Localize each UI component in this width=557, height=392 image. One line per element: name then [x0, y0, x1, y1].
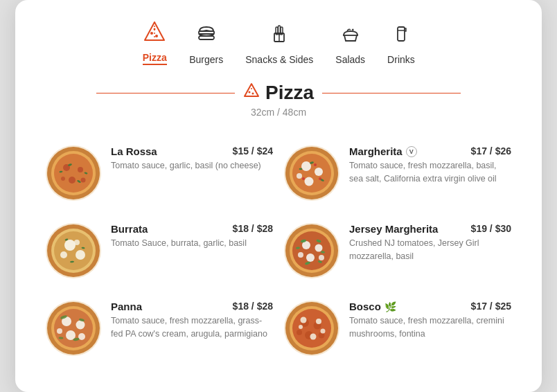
item-price-jersey-margherita: $19 / $30: [471, 223, 511, 234]
category-nav: Pizza Burgers: [40, 19, 517, 65]
item-name-panna: Panna: [111, 301, 142, 312]
item-desc-burrata: Tomato Sauce, burrata, garlic, basil: [111, 237, 273, 250]
svg-point-38: [302, 177, 305, 180]
svg-point-37: [314, 163, 317, 166]
svg-point-55: [306, 253, 315, 262]
svg-point-22: [81, 178, 86, 183]
svg-point-57: [319, 255, 324, 260]
svg-rect-10: [398, 27, 405, 41]
item-info-burrata: Burrata $18 / $28 Tomato Sauce, burrata,…: [111, 223, 273, 250]
pizza-image-jersey-margherita: [284, 223, 339, 278]
pizza-image-burrata: [46, 223, 101, 278]
salad-icon: [338, 21, 363, 50]
nav-item-burgers[interactable]: Burgers: [189, 21, 223, 65]
svg-point-86: [310, 334, 317, 340]
item-info-bosco: Bosco 🌿 $17 / $25 Tomato sauce, fresh mo…: [349, 301, 511, 341]
svg-point-71: [57, 328, 62, 334]
svg-point-42: [54, 231, 93, 270]
item-info-panna: Panna $18 / $28 Tomato sauce, fresh mozz…: [111, 301, 273, 341]
item-info-jersey-margherita: Jersey Margherita $19 / $30 Crushed NJ t…: [349, 223, 511, 263]
nav-label-snacks: Snacks & Sides: [245, 54, 313, 65]
svg-point-46: [74, 240, 80, 245]
svg-point-87: [299, 325, 303, 329]
section-pizza-icon: [243, 82, 260, 103]
vegetarian-badge: V: [406, 146, 417, 157]
item-info-la-rossa: La Rossa $15 / $24 Tomato sauce, garlic,…: [111, 145, 273, 172]
nav-item-salads[interactable]: Salads: [335, 21, 365, 65]
nav-label-drinks: Drinks: [387, 54, 415, 65]
section-subtitle: 32cm / 48cm: [40, 107, 517, 118]
svg-point-2: [154, 28, 156, 30]
menu-item-jersey-margherita: Jersey Margherita $19 / $30 Crushed NJ t…: [278, 212, 517, 289]
menu-item-margherita: Margherita V $17 / $26 Tomato sauce, fre…: [278, 134, 517, 212]
drink-icon: [389, 21, 414, 50]
svg-point-88: [321, 329, 326, 334]
section-line-left: [96, 93, 235, 93]
svg-point-32: [305, 177, 314, 186]
pizza-image-panna: [46, 301, 101, 356]
burger-icon: [194, 21, 219, 50]
svg-point-36: [299, 168, 303, 170]
svg-point-69: [66, 330, 76, 340]
nav-label-burgers: Burgers: [189, 54, 223, 65]
nav-label-salads: Salads: [335, 54, 365, 65]
item-desc-panna: Tomato sauce, fresh mozzarella, grass-fe…: [111, 314, 273, 341]
pizza-image-bosco: [284, 301, 339, 356]
menu-item-burrata: Burrata $18 / $28 Tomato Sauce, burrata,…: [40, 212, 278, 289]
svg-point-68: [76, 321, 85, 330]
section-line-right: [322, 93, 461, 93]
pizza-image-margherita: [284, 145, 339, 201]
item-name-jersey-margherita: Jersey Margherita: [349, 223, 438, 235]
svg-point-39: [319, 177, 321, 180]
menu-grid: La Rossa $15 / $24 Tomato sauce, garlic,…: [40, 134, 517, 367]
svg-rect-4: [199, 36, 214, 39]
svg-point-20: [69, 177, 76, 184]
item-name-bosco: Bosco 🌿: [349, 301, 396, 312]
svg-point-52: [292, 231, 331, 270]
svg-point-33: [297, 173, 302, 179]
svg-point-19: [78, 167, 83, 172]
svg-point-83: [297, 330, 302, 335]
item-desc-margherita: Tomato sauce, fresh mozzarella, basil, s…: [349, 159, 511, 186]
item-desc-la-rossa: Tomato sauce, garlic, basil (no cheese): [111, 159, 273, 172]
nav-item-drinks[interactable]: Drinks: [387, 21, 415, 65]
svg-point-13: [251, 93, 254, 95]
svg-rect-3: [199, 31, 214, 34]
menu-card: Pizza Burgers: [15, 0, 542, 392]
item-price-panna: $18 / $28: [233, 301, 273, 312]
svg-point-43: [64, 240, 76, 251]
leaf-icon: 🌿: [384, 301, 396, 312]
svg-point-85: [316, 319, 321, 324]
svg-point-30: [301, 161, 311, 171]
item-name-margherita: Margherita V: [349, 145, 417, 157]
svg-point-12: [248, 91, 250, 93]
svg-point-31: [315, 168, 323, 176]
svg-point-84: [301, 317, 307, 323]
menu-item-bosco: Bosco 🌿 $17 / $25 Tomato sauce, fresh mo…: [278, 289, 517, 367]
svg-point-29: [292, 154, 331, 193]
svg-point-0: [150, 32, 153, 35]
section-header: Pizza: [40, 82, 517, 104]
svg-point-54: [315, 244, 323, 252]
svg-point-78: [292, 309, 331, 348]
section-title: Pizza: [243, 82, 314, 104]
fries-icon: [267, 21, 292, 50]
nav-item-pizza[interactable]: Pizza: [142, 19, 167, 65]
item-price-bosco: $17 / $25: [471, 301, 511, 312]
svg-point-56: [298, 252, 303, 258]
svg-point-66: [54, 309, 93, 348]
nav-item-snacks[interactable]: Snacks & Sides: [245, 21, 313, 65]
nav-label-pizza: Pizza: [143, 52, 167, 65]
svg-point-44: [76, 250, 85, 260]
item-info-margherita: Margherita V $17 / $26 Tomato sauce, fre…: [349, 145, 511, 186]
menu-item-la-rossa: La Rossa $15 / $24 Tomato sauce, garlic,…: [40, 134, 278, 212]
menu-item-panna: Panna $18 / $28 Tomato sauce, fresh mozz…: [40, 289, 278, 367]
svg-point-21: [61, 177, 65, 181]
item-desc-jersey-margherita: Crushed NJ tomatoes, Jersey Girl mozzare…: [349, 237, 511, 263]
item-desc-bosco: Tomato sauce, fresh mozzarella, cremini …: [349, 314, 511, 341]
item-name-la-rossa: La Rossa: [111, 145, 157, 157]
item-price-la-rossa: $15 / $24: [233, 145, 273, 157]
svg-point-70: [78, 333, 85, 340]
svg-point-14: [251, 88, 252, 89]
pizza-icon: [142, 19, 167, 48]
